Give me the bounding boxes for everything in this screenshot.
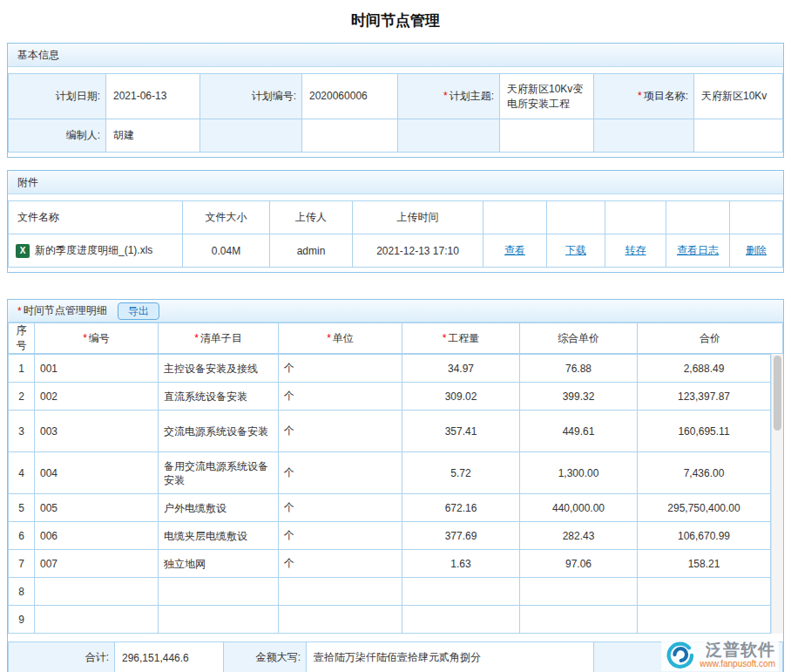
total-label: 合计:	[9, 642, 115, 672]
cell-unit-price: 399.32	[520, 383, 638, 411]
cell-unit-price: 1,300.00	[520, 452, 638, 494]
cell-code: 005	[35, 494, 159, 522]
view-link[interactable]: 查看	[504, 244, 525, 256]
file-size-cell: 0.04M	[183, 234, 270, 268]
table-row: 5 005 户外电缆敷设 个 672.16 440,000.00 295,750…	[9, 494, 771, 522]
basic-info-section: 基本信息 计划日期: 2021-06-13 计划编号: 2020060006 *…	[7, 43, 784, 158]
cell-item: 独立地网	[159, 550, 279, 578]
empty-value-cell	[694, 119, 783, 153]
cell-total: 160,695.11	[638, 411, 771, 452]
file-name[interactable]: 新的季度进度明细_(1).xls	[35, 243, 152, 258]
empty-header-cell	[730, 201, 783, 234]
export-button[interactable]: 导出	[118, 302, 159, 320]
cell-unit: 个	[279, 355, 402, 383]
cell-unit-price: 440,000.00	[520, 494, 638, 522]
cell-item: 户外电缆敷设	[159, 494, 279, 522]
file-name-header: 文件名称	[9, 201, 183, 234]
cell-unit	[279, 578, 402, 606]
attachments-section-title: 附件	[17, 175, 38, 190]
table-row: 6 006 电缆夹层电缆敷设 个 377.69 282.43 106,670.9…	[9, 522, 771, 550]
vertical-scrollbar[interactable]	[771, 354, 783, 634]
cell-total: 106,670.99	[638, 522, 771, 550]
col-unit-price: 综合单价	[520, 323, 638, 354]
required-marker: *	[443, 90, 448, 102]
project-name-label: *项目名称:	[594, 74, 694, 119]
page-title: 时间节点管理	[0, 0, 791, 43]
cell-serial: 8	[9, 578, 35, 606]
scrollbar-thumb[interactable]	[774, 356, 781, 431]
cell-item: 电缆夹层电缆敷设	[159, 522, 279, 550]
cell-unit-price	[520, 578, 638, 606]
total-value: 296,151,446.6	[115, 642, 224, 672]
cell-quantity: 309.02	[402, 383, 520, 411]
cell-item: 主控设备安装及接线	[159, 355, 279, 383]
vendor-name: 泛普软件	[706, 641, 775, 659]
col-unit: *单位	[279, 323, 402, 354]
plan-date-value: 2021-06-13	[106, 74, 200, 119]
empty-value-cell	[302, 119, 398, 153]
author-label: 编制人:	[9, 119, 106, 153]
required-marker: *	[327, 332, 331, 344]
cell-unit-price	[520, 606, 638, 634]
detail-section: * 时间节点管理明细 导出 序号 *编号 *清单子目 *单位 *工程量 综合单价…	[7, 299, 784, 672]
cell-unit: 个	[279, 494, 402, 522]
col-total: 合价	[638, 323, 783, 354]
cell-code: 003	[35, 411, 159, 452]
detail-section-title: 时间节点管理明细	[24, 303, 107, 318]
amount-words-value: 壹拾陆万柒仟陆佰壹拾肆元贰角捌分	[307, 642, 594, 672]
view-log-link[interactable]: 查看日志	[677, 244, 719, 256]
empty-value-cell	[500, 119, 594, 153]
attachments-header-bar: 附件	[8, 171, 783, 194]
cell-quantity	[402, 606, 520, 634]
download-link[interactable]: 下载	[565, 244, 586, 256]
project-name-value: 天府新区10Kv	[694, 74, 783, 119]
table-row: 7 007 独立地网 个 1.63 97.06 158.21	[9, 550, 771, 578]
upload-time-header: 上传时间	[353, 201, 483, 234]
cell-quantity: 672.16	[402, 494, 520, 522]
cell-total	[638, 606, 771, 634]
delete-link[interactable]: 删除	[746, 244, 767, 256]
plan-date-label: 计划日期:	[9, 74, 106, 119]
empty-header-cell	[483, 201, 547, 234]
save-as-link[interactable]: 转存	[625, 244, 646, 256]
empty-header-cell	[605, 201, 666, 234]
empty-label-cell	[398, 119, 500, 153]
author-value: 胡建	[106, 119, 200, 153]
cell-unit: 个	[279, 411, 402, 452]
table-row: 2 002 直流系统设备安装 个 309.02 399.32 123,397.8…	[9, 383, 771, 411]
cell-serial: 4	[9, 452, 35, 494]
cell-item: 交流电源系统设备安装	[159, 411, 279, 452]
basic-info-table: 计划日期: 2021-06-13 计划编号: 2020060006 *计划主题:…	[8, 73, 783, 153]
cell-total: 123,397.87	[638, 383, 771, 411]
action-cell: 查看日志	[666, 234, 730, 268]
file-name-cell: 新的季度进度明细_(1).xls	[9, 234, 183, 268]
required-marker: *	[638, 90, 642, 102]
vendor-url[interactable]: www.fanpusoft.com	[700, 659, 775, 669]
cell-unit: 个	[279, 452, 402, 494]
cell-serial: 2	[9, 383, 35, 411]
col-serial: 序号	[9, 323, 35, 354]
cell-quantity: 377.69	[402, 522, 520, 550]
cell-total: 158.21	[638, 550, 771, 578]
empty-label-cell	[594, 119, 694, 153]
fanpu-logo-icon	[665, 640, 694, 669]
attachments-header-row: 文件名称 文件大小 上传人 上传时间	[9, 201, 783, 234]
detail-table-header: 序号 *编号 *清单子目 *单位 *工程量 综合单价 合价	[8, 322, 783, 354]
col-code: *编号	[35, 323, 159, 354]
cell-serial: 5	[9, 494, 35, 522]
cell-unit	[279, 606, 402, 634]
table-row: 4 004 备用交流电源系统设备安装 个 5.72 1,300.00 7,436…	[9, 452, 771, 494]
cell-unit-price: 76.88	[520, 355, 638, 383]
plan-subject-label: *计划主题:	[398, 74, 500, 119]
cell-total: 2,688.49	[638, 355, 771, 383]
cell-item: 直流系统设备安装	[159, 383, 279, 411]
cell-total	[638, 578, 771, 606]
cell-serial: 3	[9, 411, 35, 452]
table-row: 8	[9, 578, 771, 606]
cell-unit: 个	[279, 522, 402, 550]
basic-info-header-bar: 基本信息	[8, 44, 783, 67]
cell-code: 001	[35, 355, 159, 383]
cell-unit-price: 449.61	[520, 411, 638, 452]
page: 时间节点管理 基本信息 计划日期: 2021-06-13 计划编号: 20200…	[0, 0, 791, 672]
cell-code	[35, 578, 159, 606]
